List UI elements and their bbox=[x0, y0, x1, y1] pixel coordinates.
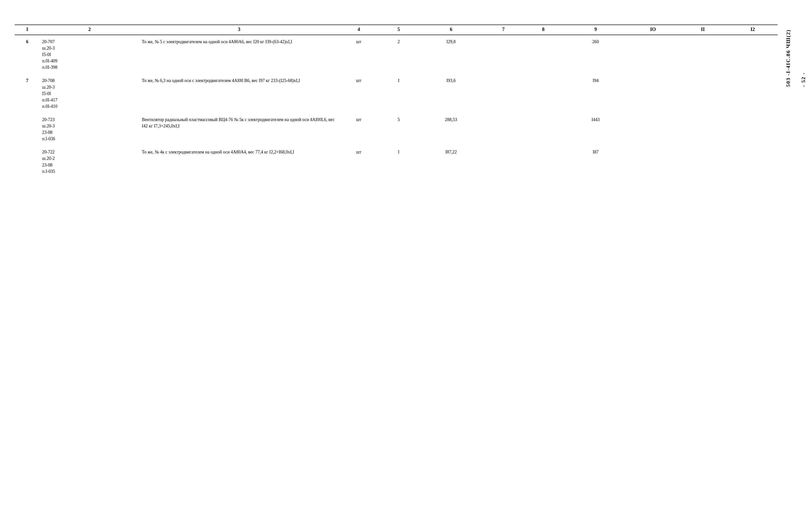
row-col7 bbox=[483, 35, 523, 74]
table-body: 620-707 ш.20-3 I5-0I п.0I-409 п.0I-398То… bbox=[15, 35, 778, 178]
row-col8 bbox=[523, 35, 563, 74]
row-col8 bbox=[523, 113, 563, 145]
row-number-cell: 6 bbox=[15, 35, 40, 74]
row-col8 bbox=[523, 145, 563, 178]
row-col5: I bbox=[379, 74, 419, 113]
row-col7 bbox=[483, 74, 523, 113]
row-number-cell bbox=[15, 113, 40, 145]
header-col3: 3 bbox=[139, 25, 339, 35]
row-number-cell: 7 bbox=[15, 74, 40, 113]
table-row: 20-722 ш.20-2 23-08 п.I-035То же, № 4к с… bbox=[15, 145, 778, 178]
table-row: 20-723 ш.20-3 23-08 п.I-036Вентилятор ра… bbox=[15, 113, 778, 145]
row-col3: Вентилятор радиальный пластмассовый ВЦ4-… bbox=[139, 113, 339, 145]
header-col7: 7 bbox=[483, 25, 523, 35]
row-col12 bbox=[728, 35, 778, 74]
row-col3: То же, № 5 с электродвигателем на одной … bbox=[139, 35, 339, 74]
row-col12 bbox=[728, 145, 778, 178]
header-col4: 4 bbox=[339, 25, 379, 35]
header-col1: I bbox=[15, 25, 40, 35]
side-text-line1: 503 -I-4IC.86 ЧШ(2) bbox=[785, 29, 792, 87]
table-row: 720-708 ш.20-3 I5-0I п.0I-417 п.0I-410То… bbox=[15, 74, 778, 113]
header-col11: II bbox=[678, 25, 728, 35]
header-col5: 5 bbox=[379, 25, 419, 35]
row-col10 bbox=[628, 145, 678, 178]
row-col2: 20-723 ш.20-3 23-08 п.I-036 bbox=[40, 113, 139, 145]
row-col10 bbox=[628, 74, 678, 113]
row-col6: I87,22 bbox=[419, 145, 483, 178]
row-col6: 288,53 bbox=[419, 113, 483, 145]
row-col4: шт bbox=[339, 113, 379, 145]
row-col7 bbox=[483, 145, 523, 178]
row-col11 bbox=[678, 74, 728, 113]
row-col5: I bbox=[379, 145, 419, 178]
row-col7 bbox=[483, 113, 523, 145]
header-col12: I2 bbox=[728, 25, 778, 35]
header-col9: 9 bbox=[563, 25, 628, 35]
row-col9: 260 bbox=[563, 35, 628, 74]
header-col2: 2 bbox=[40, 25, 139, 35]
header-col6: 6 bbox=[419, 25, 483, 35]
row-col5: 2 bbox=[379, 35, 419, 74]
main-table: I 2 3 4 5 6 7 8 9 IO II I2 620-707 ш.20-… bbox=[15, 24, 778, 178]
side-text-line2: - 52 - bbox=[799, 29, 807, 87]
side-text: 503 -I-4IC.86 ЧШ(2) - 52 - bbox=[785, 29, 807, 87]
row-col11 bbox=[678, 35, 728, 74]
row-col10 bbox=[628, 35, 678, 74]
table-row: 620-707 ш.20-3 I5-0I п.0I-409 п.0I-398То… bbox=[15, 35, 778, 74]
table-header-row: I 2 3 4 5 6 7 8 9 IO II I2 bbox=[15, 25, 778, 35]
row-col2: 20-707 ш.20-3 I5-0I п.0I-409 п.0I-398 bbox=[40, 35, 139, 74]
row-col4: шт bbox=[339, 35, 379, 74]
header-col10: IO bbox=[628, 25, 678, 35]
row-col3: То же, № 4к с электродвигателем на одной… bbox=[139, 145, 339, 178]
row-col3: То же, № 6,3 на одной оси с электродвига… bbox=[139, 74, 339, 113]
row-col12 bbox=[728, 74, 778, 113]
row-col9: I443 bbox=[563, 113, 628, 145]
row-col2: 20-722 ш.20-2 23-08 п.I-035 bbox=[40, 145, 139, 178]
page-container: 503 -I-4IC.86 ЧШ(2) - 52 - I 2 3 4 5 6 7… bbox=[0, 0, 812, 522]
header-col8: 8 bbox=[523, 25, 563, 35]
row-col11 bbox=[678, 145, 728, 178]
row-col5: 5 bbox=[379, 113, 419, 145]
row-col4: шт bbox=[339, 74, 379, 113]
row-col9: I87 bbox=[563, 145, 628, 178]
row-col9: I94 bbox=[563, 74, 628, 113]
row-number-cell bbox=[15, 145, 40, 178]
row-col10 bbox=[628, 113, 678, 145]
row-col8 bbox=[523, 74, 563, 113]
row-col12 bbox=[728, 113, 778, 145]
row-col2: 20-708 ш.20-3 I5-0I п.0I-417 п.0I-410 bbox=[40, 74, 139, 113]
row-col11 bbox=[678, 113, 728, 145]
row-col6: I93,6 bbox=[419, 74, 483, 113]
row-col6: I29,8 bbox=[419, 35, 483, 74]
row-col4: шт bbox=[339, 145, 379, 178]
